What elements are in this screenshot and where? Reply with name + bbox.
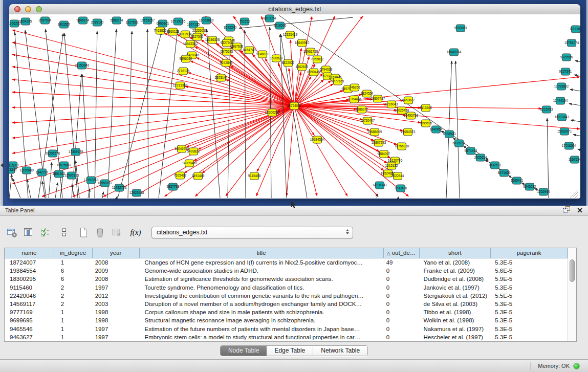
column-header-short[interactable]: short xyxy=(420,248,491,258)
table-scrollbar[interactable] xyxy=(568,248,576,341)
graph-edge xyxy=(455,61,460,198)
table-cell: 19384554 xyxy=(5,267,54,275)
graph-node-label: 9115460 xyxy=(420,106,432,110)
status-separator xyxy=(530,362,531,370)
table-cell: 9465546 xyxy=(5,325,54,333)
graph-node-label: 12093832 xyxy=(554,84,569,88)
graph-edge xyxy=(239,17,353,28)
table-scrollbar-thumb[interactable] xyxy=(570,259,575,282)
graph-node-label: 16053809 xyxy=(199,18,214,22)
graph-node-label: 9329966 xyxy=(560,55,573,59)
table-cell: 9699695 xyxy=(5,316,54,324)
graph-node-label: 16961758 xyxy=(303,50,318,53)
graph-edge xyxy=(72,74,81,198)
graph-node-label: 8471626 xyxy=(498,171,511,174)
graph-node-label: 8912934 xyxy=(179,32,192,36)
function-builder-icon[interactable]: f(x) xyxy=(129,226,142,239)
table-row[interactable]: 977716911998Corpus callosum shape and si… xyxy=(5,308,568,316)
column-header-pagerank[interactable]: pagerank xyxy=(491,248,568,258)
table-row[interactable]: 2242004622012Investigating the contribut… xyxy=(5,292,568,300)
table-cell: 1997 xyxy=(93,283,140,292)
table-cell: 0 xyxy=(384,292,420,300)
table-cell: 2003 xyxy=(93,300,140,308)
graph-edge xyxy=(571,120,580,123)
graph-edge xyxy=(294,106,384,170)
table-selector[interactable]: citations_edges.txt xyxy=(151,227,353,238)
graph-node-label: 9806174 xyxy=(77,18,90,22)
graph-edge xyxy=(570,90,580,92)
network-window[interactable]: citations_edges.txt 19562038604395205703… xyxy=(9,4,580,199)
graph-node-label: 18300295 xyxy=(265,111,280,114)
graph-node-label: 1342737 xyxy=(36,170,49,174)
merge-rows-icon[interactable] xyxy=(57,226,71,239)
graph-node-label: 746266 xyxy=(349,85,360,89)
delete-rows-icon[interactable] xyxy=(93,226,106,239)
graph-edge xyxy=(102,192,103,198)
table-cell: 18724007 xyxy=(5,258,54,267)
graph-node-label: 9245032 xyxy=(524,185,536,188)
table-cell: 9463627 xyxy=(5,333,54,341)
close-panel-button[interactable]: ✕ xyxy=(577,206,583,215)
table-cell: 0 xyxy=(384,283,420,292)
left-splitter[interactable] xyxy=(0,0,3,206)
table-cell: 9115460 xyxy=(5,283,54,292)
column-header-title[interactable]: title xyxy=(140,248,384,258)
table-row[interactable]: 1830029562008Estimation of significance … xyxy=(5,275,568,283)
graph-node-label: 1403557 xyxy=(58,23,71,26)
graph-node-label: 18640910 xyxy=(295,41,310,45)
table-row[interactable]: 1456911722003Disruption of a novel membe… xyxy=(5,300,568,308)
tab-edge-table[interactable]: Edge Table xyxy=(267,346,313,356)
resize-grip-icon[interactable] xyxy=(575,194,578,198)
delete-table-icon[interactable] xyxy=(110,226,123,239)
select-columns-icon[interactable] xyxy=(21,226,35,239)
resize-grip-icon[interactable] xyxy=(573,192,578,198)
table-row[interactable]: 911546021997Tourette syndrome. Phenomeno… xyxy=(5,283,568,292)
table-row[interactable]: 946554611997Estimation of the future num… xyxy=(5,325,568,333)
table-toolbar: f(x) citations_edges.txt xyxy=(5,219,353,246)
table-cell: 0 xyxy=(384,316,420,324)
graph-node-label: 6879197 xyxy=(453,141,466,145)
network-window-titlebar[interactable]: citations_edges.txt xyxy=(9,4,580,15)
table-cell: 5.3E-5 xyxy=(491,325,568,333)
table-row[interactable]: 1872400712008Changes of HCN gene express… xyxy=(5,258,568,267)
graph-node-label: 5975685 xyxy=(221,50,233,53)
table-cell: Dudbridge et al. (2008) xyxy=(420,275,491,283)
graph-node-label: 16543382 xyxy=(183,42,198,46)
table-cell: 5.3E-5 xyxy=(491,258,568,267)
graph-node-label: 1352944 xyxy=(537,190,550,193)
right-splitter[interactable] xyxy=(586,0,588,206)
table-cell: Yano et al. (2008) xyxy=(420,258,491,267)
tab-network-table[interactable]: Network Table xyxy=(313,346,367,356)
table-settings-icon[interactable] xyxy=(5,226,18,239)
network-canvas[interactable]: 1956203860439520570341403557980617420891… xyxy=(9,14,580,199)
column-header-year[interactable]: year xyxy=(93,248,140,258)
table-cell: 5.3E-5 xyxy=(491,333,568,341)
graph-node-label: 2057034 xyxy=(39,18,52,22)
graph-node-label: 9884067 xyxy=(378,152,390,156)
graph-node-label: 12325419 xyxy=(283,33,298,36)
float-panel-button[interactable] xyxy=(562,205,571,216)
graph-node-label: 12213389 xyxy=(173,83,188,87)
row-checklist-icon[interactable] xyxy=(39,226,52,239)
new-table-icon[interactable] xyxy=(77,226,90,239)
graph-node-label: 1640954 xyxy=(430,127,443,131)
graph-edge xyxy=(287,106,294,196)
graph-node-label: 751552 xyxy=(239,19,250,23)
table-cell: 49 xyxy=(384,258,420,267)
table-row[interactable]: 946362711997Embryonic stem cells: a mode… xyxy=(5,333,568,341)
column-header-name[interactable]: name xyxy=(5,248,54,258)
table-body: 1872400712008Changes of HCN gene express… xyxy=(5,258,568,341)
graph-edge xyxy=(198,106,294,149)
tab-node-table[interactable]: Node Table xyxy=(221,346,267,356)
table-cell: 2009 xyxy=(93,267,140,275)
column-header-out-de-[interactable]: △out_de… xyxy=(384,248,420,258)
column-header-in-degree[interactable]: in_degree xyxy=(54,248,93,258)
graph-node-label: 9857791 xyxy=(167,185,180,188)
table-row[interactable]: 969969511998Structural magnetic resonanc… xyxy=(5,316,568,324)
table-cell: Franke et al. (2009) xyxy=(420,267,491,275)
table-row[interactable]: 1938455462009Genome-wide association stu… xyxy=(5,267,568,275)
graph-edge xyxy=(226,106,294,196)
collapse-splitter-icon[interactable] xyxy=(1,163,4,168)
graph-node-label: 9227341 xyxy=(559,70,572,73)
table-cell: 5.3E-5 xyxy=(491,283,568,292)
